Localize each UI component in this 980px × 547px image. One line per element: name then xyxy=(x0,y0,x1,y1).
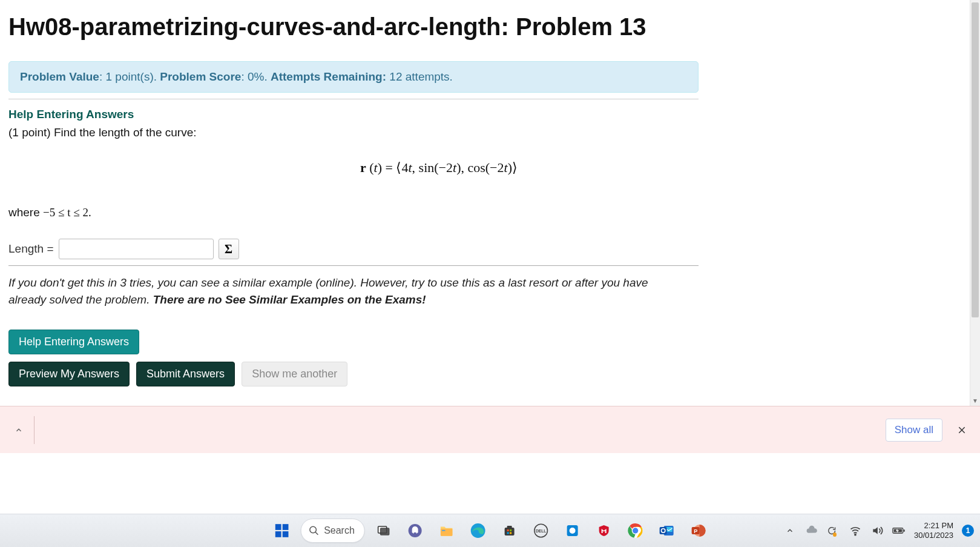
formula: r (t) = ⟨4t, sin(−2t), cos(−2t)⟩ xyxy=(94,160,784,176)
domain-constraint: where −5 ≤ t ≤ 2. xyxy=(8,206,869,219)
outlook-button[interactable] xyxy=(654,518,680,543)
svg-rect-3 xyxy=(282,524,288,530)
downloads-divider xyxy=(34,416,35,444)
info-score: 0%. xyxy=(248,70,268,83)
button-row-1: Help Entering Answers xyxy=(8,330,869,360)
scrollbar-thumb[interactable] xyxy=(972,2,979,317)
hint-text: If you don't get this in 3 tries, you ca… xyxy=(8,274,686,308)
battery-icon[interactable] xyxy=(892,524,906,537)
taskbar-date: 30/01/2023 xyxy=(914,531,953,540)
svg-rect-16 xyxy=(507,529,509,531)
svg-rect-11 xyxy=(441,529,453,536)
svg-rect-9 xyxy=(381,528,389,535)
notifications-badge[interactable]: 1 xyxy=(962,525,974,537)
svg-rect-29 xyxy=(660,527,667,534)
info-value-label: Problem Value xyxy=(20,70,99,83)
file-explorer-button[interactable] xyxy=(434,518,459,543)
onedrive-icon[interactable] xyxy=(805,524,818,537)
svg-rect-14 xyxy=(505,528,515,535)
taskbar-search[interactable]: Search xyxy=(300,519,365,543)
svg-rect-19 xyxy=(510,532,511,534)
svg-rect-18 xyxy=(507,532,509,534)
mcafee-button[interactable] xyxy=(591,518,617,543)
system-tray: 2:21 PM 30/01/2023 1 xyxy=(750,521,980,540)
answer-row: Length = Σ xyxy=(8,239,869,259)
info-score-label: Problem Score xyxy=(160,70,241,83)
svg-marker-35 xyxy=(873,527,878,534)
button-row-2: Preview My Answers Submit Answers Show m… xyxy=(8,362,869,393)
svg-line-7 xyxy=(315,532,318,535)
svg-rect-5 xyxy=(282,531,288,537)
page-title: Hw08-parametrizing-curves-and-arc-length… xyxy=(8,13,869,41)
preview-my-answers-button[interactable]: Preview My Answers xyxy=(8,362,130,386)
browser-scrollbar[interactable]: ▼ xyxy=(970,0,980,406)
update-icon[interactable] xyxy=(827,524,840,537)
windows-taskbar: Search DELL xyxy=(0,514,980,547)
divider xyxy=(8,99,699,99)
scrollbar-down-arrow[interactable]: ▼ xyxy=(970,396,980,406)
taskbar-clock[interactable]: 2:21 PM 30/01/2023 xyxy=(914,521,953,540)
svg-rect-2 xyxy=(275,524,281,530)
where-math: −5 ≤ t ≤ 2. xyxy=(43,206,91,219)
chrome-browser-button[interactable] xyxy=(623,518,648,543)
edge-browser-button[interactable] xyxy=(465,518,491,543)
help-entering-answers-link[interactable]: Help Entering Answers xyxy=(8,108,134,121)
taskbar-search-placeholder: Search xyxy=(324,525,355,536)
sigma-button[interactable]: Σ xyxy=(219,239,239,259)
svg-text:DELL: DELL xyxy=(536,529,547,533)
svg-point-6 xyxy=(309,526,316,533)
start-button[interactable] xyxy=(269,518,294,543)
powerpoint-button[interactable]: P xyxy=(686,518,711,543)
info-attempts: 12 attempts. xyxy=(389,70,453,83)
submit-answers-button[interactable]: Submit Answers xyxy=(136,362,235,386)
teams-chat-button[interactable] xyxy=(403,518,428,543)
downloads-bar: Show all xyxy=(0,406,980,453)
taskbar-time: 2:21 PM xyxy=(914,521,953,531)
problem-info-box: Problem Value: 1 point(s). Problem Score… xyxy=(8,61,699,93)
microsoft-store-button[interactable] xyxy=(497,518,522,543)
app-icon-blue[interactable] xyxy=(560,518,585,543)
hint-bold: There are no See Similar Examples on the… xyxy=(153,293,426,306)
svg-rect-15 xyxy=(507,526,512,528)
svg-point-23 xyxy=(570,528,576,534)
length-input[interactable] xyxy=(59,239,214,259)
dell-app-button[interactable]: DELL xyxy=(528,518,554,543)
svg-point-34 xyxy=(855,534,856,535)
svg-point-26 xyxy=(633,528,638,533)
downloads-collapse-chevron-icon[interactable] xyxy=(8,422,29,438)
tray-chevron-up-icon[interactable] xyxy=(783,524,797,537)
show-me-another-button[interactable]: Show me another xyxy=(242,362,347,386)
where-prefix: where xyxy=(8,206,43,219)
page-content: Hw08-parametrizing-curves-and-arc-length… xyxy=(0,0,878,406)
divider-2 xyxy=(8,265,699,266)
info-value: 1 point(s). xyxy=(106,70,157,83)
svg-rect-4 xyxy=(275,531,281,537)
wifi-icon[interactable] xyxy=(849,524,862,537)
answer-label: Length = xyxy=(8,242,54,256)
volume-icon[interactable] xyxy=(870,524,884,537)
svg-rect-12 xyxy=(442,530,445,531)
problem-prompt: (1 point) Find the length of the curve: xyxy=(8,126,869,139)
task-view-button[interactable] xyxy=(371,518,396,543)
downloads-show-all-button[interactable]: Show all xyxy=(886,419,942,442)
svg-rect-37 xyxy=(904,529,905,531)
help-entering-answers-button[interactable]: Help Entering Answers xyxy=(8,330,139,354)
svg-text:P: P xyxy=(694,528,697,534)
svg-rect-17 xyxy=(510,529,511,531)
search-icon xyxy=(308,525,319,536)
info-attempts-label: Attempts Remaining: xyxy=(271,70,386,83)
downloads-close-icon[interactable] xyxy=(952,422,972,439)
